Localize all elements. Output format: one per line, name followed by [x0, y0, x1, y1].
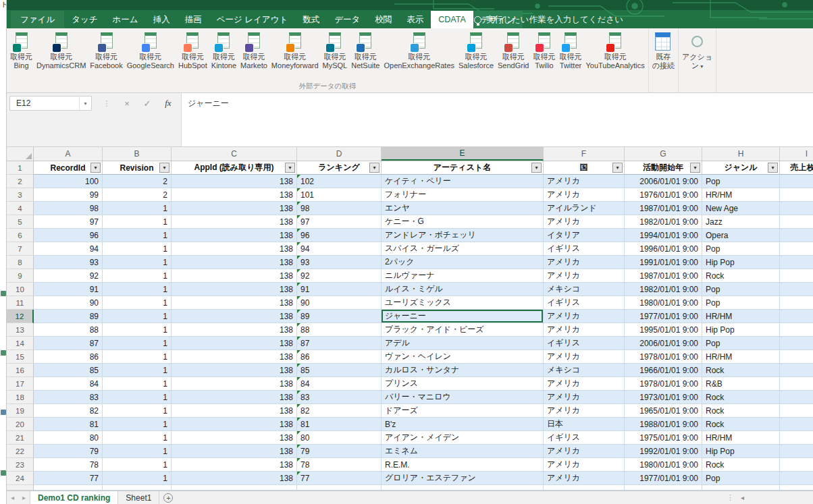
column-header-E[interactable]: E — [382, 147, 544, 161]
row-header[interactable]: 21 — [7, 431, 34, 445]
column-header-I[interactable]: I — [780, 147, 813, 161]
cancel-icon[interactable]: × — [124, 99, 130, 109]
cell[interactable] — [780, 377, 813, 391]
cell[interactable]: 98 — [297, 202, 382, 215]
cell[interactable]: 1 — [103, 229, 172, 242]
cell[interactable]: 81 — [297, 418, 382, 431]
cell[interactable]: 79 — [34, 445, 103, 458]
cell[interactable]: 1982/01/01 9:00 — [625, 283, 702, 296]
column-header-C[interactable]: C — [172, 147, 297, 161]
cell[interactable] — [780, 431, 813, 445]
cell[interactable] — [780, 269, 813, 283]
source-button-GoogleSearch[interactable]: 取得元GoogleSearch — [125, 29, 176, 70]
cell[interactable]: 138 — [172, 310, 297, 323]
cell[interactable]: 1 — [103, 458, 172, 472]
row-header[interactable]: 11 — [7, 296, 34, 310]
cell[interactable]: 1 — [103, 269, 172, 283]
action-button[interactable]: アクション▾ — [680, 29, 714, 71]
column-header-B[interactable]: B — [103, 147, 172, 161]
filter-button[interactable]: ▾ — [612, 163, 623, 173]
source-button-Facebook[interactable]: 取得元Facebook — [88, 29, 124, 70]
cell[interactable]: アメリカ — [544, 472, 625, 485]
cell[interactable]: Pop — [702, 472, 780, 485]
cell[interactable] — [780, 229, 813, 242]
source-button-YouTubeAnalytics[interactable]: 取得元YouTubeAnalytics — [584, 29, 647, 70]
cell[interactable] — [780, 242, 813, 256]
cell[interactable]: スパイス・ガールズ — [382, 242, 544, 256]
cell[interactable]: Hip Pop — [702, 323, 780, 337]
cell[interactable]: 138 — [172, 269, 297, 283]
cell[interactable]: 1978/01/01 9:00 — [625, 350, 702, 364]
cell[interactable]: 86 — [34, 350, 103, 364]
ribbon-tab-CDATA[interactable]: CDATA — [431, 11, 473, 28]
table-header-cell[interactable]: 売上枚数▾ — [780, 161, 813, 175]
formula-input[interactable]: ジャーニー — [181, 93, 813, 146]
row-header[interactable]: 24 — [7, 472, 34, 485]
table-header-cell[interactable]: AppId (読み取り専用)▾ — [172, 161, 297, 175]
cell[interactable]: 81 — [34, 418, 103, 431]
cell[interactable]: Rock — [702, 404, 780, 418]
row-header[interactable]: 6 — [7, 229, 34, 242]
source-button-MySQL[interactable]: 取得元MySQL — [321, 29, 350, 70]
cell[interactable]: 1966/01/01 9:00 — [625, 364, 702, 377]
sheet-tab-Demo1 CD ranking[interactable]: Demo1 CD ranking — [30, 491, 118, 504]
cell[interactable]: イタリア — [544, 229, 625, 242]
ribbon-tab-ファイル[interactable]: ファイル — [11, 11, 64, 28]
cell[interactable] — [780, 445, 813, 458]
cell[interactable]: 2006/01/01 9:00 — [625, 337, 702, 350]
add-sheet-button[interactable]: + — [159, 491, 177, 504]
row-header[interactable]: 20 — [7, 418, 34, 431]
selected-cell[interactable]: ジャーニー — [382, 310, 544, 323]
cell[interactable]: エンヤ — [382, 202, 544, 215]
row-header[interactable]: 19 — [7, 404, 34, 418]
cell[interactable]: 97 — [34, 215, 103, 229]
row-header[interactable]: 10 — [7, 283, 34, 296]
cell[interactable]: 138 — [172, 472, 297, 485]
cell[interactable]: 93 — [297, 256, 382, 269]
row-header[interactable]: 14 — [7, 337, 34, 350]
cell[interactable]: 1 — [103, 215, 172, 229]
cell[interactable] — [780, 202, 813, 215]
cell[interactable]: 77 — [297, 472, 382, 485]
cell[interactable]: 77 — [34, 472, 103, 485]
cell[interactable] — [780, 310, 813, 323]
cell[interactable]: HR/HM — [702, 310, 780, 323]
row-header[interactable]: 13 — [7, 323, 34, 337]
cell[interactable]: 1 — [103, 472, 172, 485]
source-button-DynamicsCRM[interactable]: 取得元DynamicsCRM — [34, 29, 88, 70]
cell[interactable]: ヴァン・ヘイレン — [382, 350, 544, 364]
cell[interactable]: 79 — [297, 445, 382, 458]
cell[interactable]: 1976/01/01 9:00 — [625, 188, 702, 202]
table-header-cell[interactable]: アーティスト名▾ — [382, 161, 544, 175]
cell[interactable]: HR/HM — [702, 350, 780, 364]
cell[interactable]: 138 — [172, 404, 297, 418]
cell[interactable]: Pop — [702, 296, 780, 310]
filter-button[interactable]: ▾ — [285, 163, 295, 173]
row-header[interactable]: 3 — [7, 188, 34, 202]
cell[interactable] — [780, 364, 813, 377]
cell[interactable] — [780, 337, 813, 350]
row-header[interactable]: 1 — [7, 161, 34, 175]
cell[interactable]: 99 — [34, 188, 103, 202]
cell[interactable]: Pop — [702, 242, 780, 256]
cell[interactable]: ユーリズミックス — [382, 296, 544, 310]
cell[interactable]: 84 — [297, 377, 382, 391]
cell[interactable]: 1977/01/01 9:00 — [625, 472, 702, 485]
cell[interactable]: Rock — [702, 391, 780, 404]
cell[interactable]: ドアーズ — [382, 404, 544, 418]
row-header[interactable]: 23 — [7, 458, 34, 472]
cell[interactable]: アメリカ — [544, 215, 625, 229]
cell[interactable]: 1987/01/01 9:00 — [625, 202, 702, 215]
table-header-cell[interactable]: ジャンル▾ — [702, 161, 780, 175]
column-header-F[interactable]: F — [544, 147, 625, 161]
filter-button[interactable]: ▾ — [690, 163, 700, 173]
source-button-Marketo[interactable]: 取得元Marketo — [238, 29, 269, 70]
cell[interactable]: 92 — [34, 269, 103, 283]
cell[interactable]: バリー・マニロウ — [382, 391, 544, 404]
cell[interactable]: イギリス — [544, 337, 625, 350]
cell[interactable]: フォリナー — [382, 188, 544, 202]
row-header[interactable]: 12 — [7, 310, 34, 323]
name-box-dropdown-icon[interactable]: ▾ — [79, 96, 91, 110]
cell[interactable]: アメリカ — [544, 175, 625, 188]
row-header[interactable]: 18 — [7, 391, 34, 404]
